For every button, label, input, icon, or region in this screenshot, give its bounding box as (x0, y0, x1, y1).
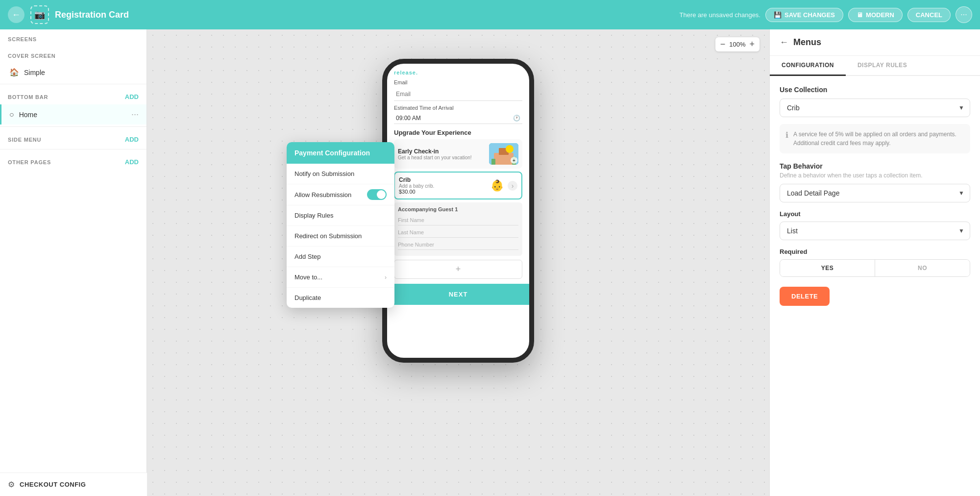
side-menu-row: SIDE MENU ADD (0, 129, 147, 147)
bottom-bar-label: BOTTOM BAR (8, 94, 48, 100)
resubmission-label: Allow Resubmission (294, 191, 351, 198)
divider-1 (0, 84, 147, 84)
crib-chevron: › (508, 181, 517, 191)
sidebar-item-simple[interactable]: 🏠 Simple (0, 63, 147, 82)
checkout-config-item[interactable]: ⚙ CHECKOUT CONFIG (0, 472, 147, 496)
checkin-sub: Get a head start on your vacation! (398, 155, 485, 160)
zoom-controls: − 100% + (715, 37, 760, 51)
save-label: SAVE CHANGES (784, 11, 835, 19)
required-no-option[interactable]: NO (875, 260, 970, 276)
required-label: Required (780, 248, 970, 255)
screens-section-header: SCREENS (0, 29, 147, 46)
display-rules-label: Display Rules (294, 212, 333, 219)
guest-last-name[interactable]: Last Name (398, 227, 518, 238)
context-menu-add-step[interactable]: Add Step (287, 247, 394, 267)
guest-phone[interactable]: Phone Number (398, 240, 518, 250)
phone-logo: release. (394, 70, 522, 75)
add-side-menu-button[interactable]: ADD (125, 136, 139, 143)
cancel-label: CANCEL (916, 11, 942, 19)
sidebar: SCREENS COVER SCREEN 🏠 Simple BOTTOM BAR… (0, 29, 147, 496)
next-button[interactable]: NEXT (387, 284, 529, 305)
layout-select[interactable]: List (780, 222, 970, 240)
cancel-button[interactable]: CANCEL (907, 8, 951, 22)
app-header: ← 📷 Registration Card There are unsaved … (0, 0, 980, 29)
svg-rect-4 (491, 159, 495, 165)
context-menu-header: Payment Configuration (287, 142, 394, 164)
phone-content: release. Email Estimated Time of Arrival… (387, 64, 529, 279)
save-icon: 💾 (774, 11, 782, 19)
zoom-out-button[interactable]: − (720, 39, 726, 50)
zoom-level: 100% (729, 41, 745, 48)
layout-select-wrapper: List ▼ (780, 222, 970, 240)
arrival-time-field[interactable]: 09:00 AM 🕐 (394, 113, 522, 124)
crib-card[interactable]: Crib Add a baby crib. $30.00 👶 › (394, 172, 522, 199)
more-options-button[interactable]: ··· (956, 6, 972, 23)
checkin-image: + (489, 143, 518, 165)
right-panel-title: Menus (793, 37, 821, 48)
upgrade-label: Upgrade Your Experience (394, 129, 522, 136)
right-panel-tabs: CONFIGURATION DISPLAY RULES (770, 56, 980, 76)
crib-title: Crib (399, 176, 487, 183)
context-menu-redirect[interactable]: Redirect on Submission (287, 226, 394, 247)
sidebar-item-home[interactable]: ○ Home ··· (0, 104, 147, 124)
side-menu-label: SIDE MENU (8, 137, 41, 143)
simple-label: Simple (24, 69, 139, 76)
canvas-area: − 100% + release. Email Estimated Time o… (147, 29, 769, 496)
context-menu-move-to[interactable]: Move to... › (287, 267, 394, 288)
required-radio-group: YES NO (780, 259, 970, 277)
back-icon: ← (12, 10, 21, 20)
add-guest-button[interactable]: + (394, 260, 522, 279)
context-menu-display-rules[interactable]: Display Rules (287, 205, 394, 226)
context-menu-notify[interactable]: Notify on Submission (287, 164, 394, 184)
other-pages-row: OTHER PAGES ADD (0, 151, 147, 170)
required-yes-option[interactable]: YES (780, 260, 875, 276)
context-menu-resubmission[interactable]: Allow Resubmission (287, 184, 394, 205)
context-menu-duplicate[interactable]: Duplicate (287, 288, 394, 308)
right-panel-back-button[interactable]: ← (780, 37, 788, 48)
arrival-label: Estimated Time of Arrival (394, 105, 522, 111)
collection-select-wrapper: Crib ▼ (780, 99, 970, 117)
email-label: Email (394, 79, 522, 85)
redirect-label: Redirect on Submission (294, 232, 362, 240)
tab-display-rules[interactable]: DISPLAY RULES (846, 56, 919, 76)
info-icon: ℹ (785, 130, 788, 148)
home-item-label: Home (19, 111, 126, 119)
back-button[interactable]: ← (8, 6, 24, 23)
save-changes-button[interactable]: 💾 SAVE CHANGES (765, 8, 843, 22)
dots-icon: ··· (960, 10, 967, 19)
delete-button[interactable]: DELETE (780, 287, 830, 306)
tab-configuration[interactable]: CONFIGURATION (770, 56, 846, 76)
cover-screen-section-header: COVER SCREEN (0, 46, 147, 63)
info-box: ℹ A service fee of 5% will be applied on… (780, 124, 970, 153)
move-to-label: Move to... (294, 273, 322, 281)
collection-select[interactable]: Crib (780, 99, 970, 117)
camera-icon: 📷 (34, 9, 45, 20)
divider-2 (0, 126, 147, 127)
guest-first-name[interactable]: First Name (398, 215, 518, 225)
item-more-icon[interactable]: ··· (131, 109, 139, 120)
tap-behavior-select-wrapper: Load Detail Page ▼ (780, 184, 970, 202)
modern-button[interactable]: 🖥 MODERN (848, 8, 903, 22)
checkout-label: CHECKOUT CONFIG (20, 481, 86, 488)
phone-screen: release. Email Estimated Time of Arrival… (387, 64, 529, 358)
right-panel-header: ← Menus (770, 29, 980, 56)
chevron-right-icon: › (385, 274, 387, 281)
resubmission-toggle[interactable] (367, 189, 387, 200)
context-menu: Payment Configuration Notify on Submissi… (287, 142, 394, 308)
tap-behavior-desc: Define a behavior when the user taps a c… (780, 172, 970, 179)
zoom-in-button[interactable]: + (749, 39, 755, 50)
left-arrow-icon: ← (780, 37, 788, 47)
checkin-info: Early Check-in Get a head start on your … (398, 148, 485, 160)
app-icon-box: 📷 (30, 5, 49, 24)
app-title: Registration Card (55, 10, 673, 20)
svg-point-3 (506, 145, 514, 153)
tap-behavior-select[interactable]: Load Detail Page (780, 184, 970, 202)
email-input[interactable] (394, 87, 522, 101)
add-bottom-bar-button[interactable]: ADD (125, 93, 139, 100)
add-other-pages-button[interactable]: ADD (125, 158, 139, 166)
crib-icon: 👶 (490, 179, 504, 192)
unsaved-text: There are unsaved changes. (679, 11, 760, 19)
plus-icon: + (511, 157, 517, 164)
checkin-card[interactable]: Early Check-in Get a head start on your … (394, 139, 522, 169)
tap-behavior-label: Tap Behavior (780, 162, 970, 170)
